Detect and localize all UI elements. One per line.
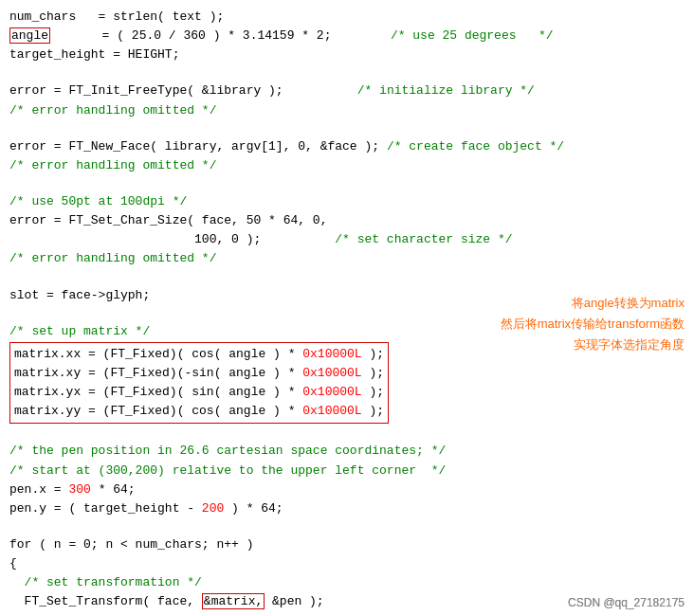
matrix-block: matrix.xx = (FT_Fixed)( cos( angle ) * 0… [9,342,389,425]
code-line-err3: /* error handling omitted */ [9,249,685,268]
empty-line [9,64,685,82]
code-line-err2: /* error handling omitted */ [9,156,685,175]
code-line-matrix-yx: matrix.yx = (FT_Fixed)( sin( angle ) * 0… [14,383,384,402]
empty-line [9,518,685,535]
code-line-target-height: target_height = HEIGHT; [9,45,685,64]
code-line-matrix-xx: matrix.xx = (FT_Fixed)( cos( angle ) * 0… [14,345,384,364]
code-line-init: error = FT_Init_FreeType( &library ); /*… [9,82,685,100]
empty-line [9,425,685,442]
code-editor: num_chars = strlen( text ); angle = ( 25… [0,0,694,616]
code-line-err1: /* error handling omitted */ [9,101,685,120]
code-line-for: for ( n = 0; n < num_chars; n++ ) [9,535,685,554]
code-line-pen-comment1: /* the pen position in 26.6 cartesian sp… [9,442,685,461]
code-line-pen-y: pen.y = ( target_height - 200 ) * 64; [9,499,685,518]
code-line-angle: angle = ( 25.0 / 360 ) * 3.14159 * 2; /*… [9,27,685,45]
code-line-transform-comment: /* set transformation */ [9,573,685,592]
empty-line [9,269,685,286]
code-line-1: num_chars = strlen( text ); [9,8,685,27]
angle-highlight: angle [9,27,50,44]
matrix-param-highlight: &matrix, [202,593,265,609]
code-line-50pt-comment: /* use 50pt at 100dpi */ [9,192,685,211]
code-line-new-face: error = FT_New_Face( library, argv[1], 0… [9,137,685,156]
code-text: num_chars = strlen( text ); [9,8,224,27]
code-line-matrix-yy: matrix.yy = (FT_Fixed)( cos( angle ) * 0… [14,402,384,421]
watermark-text: CSDN @qq_27182175 [568,594,685,612]
empty-line [9,175,685,192]
code-line-pen-x: pen.x = 300 * 64; [9,480,685,499]
annotation-2: 然后将matrix传输给transform函数 [501,315,685,334]
code-line-set-char-size-cont: 100, 0 ); /* set character size */ [9,230,685,249]
code-line-pen-comment2: /* start at (300,200) relative to the up… [9,462,685,480]
code-line-open-brace: { [9,554,685,573]
annotation-1: 将angle转换为matrix [572,294,685,313]
empty-line [9,120,685,137]
code-line-matrix-xy: matrix.xy = (FT_Fixed)(-sin( angle ) * 0… [14,364,384,383]
code-line-set-char-size: error = FT_Set_Char_Size( face, 50 * 64,… [9,211,685,230]
annotation-3: 实现字体选指定角度 [574,335,685,354]
